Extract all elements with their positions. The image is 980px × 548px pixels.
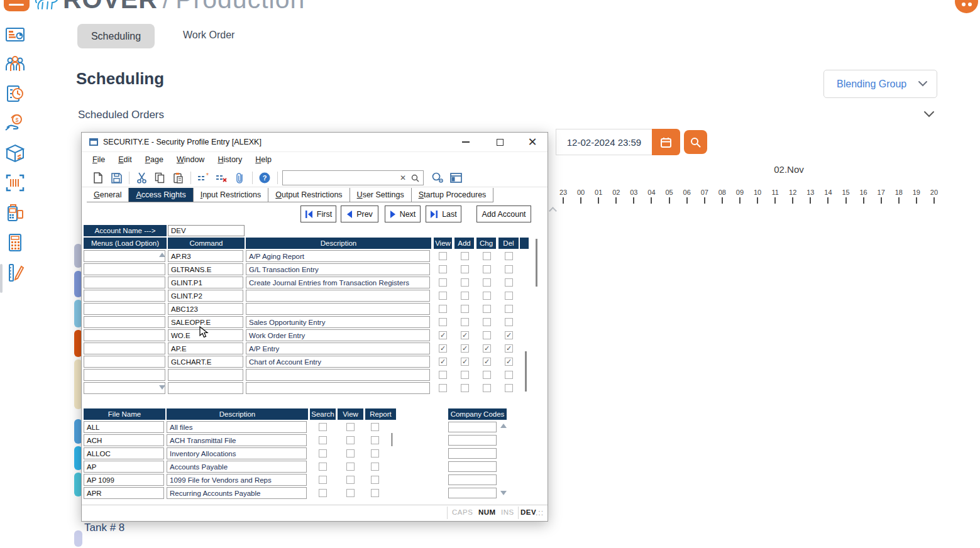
attachment-icon[interactable]	[232, 171, 247, 185]
delete-row-icon[interactable]	[214, 171, 229, 185]
del-checkbox[interactable]	[505, 371, 513, 379]
chg-checkbox[interactable]	[483, 252, 491, 260]
command-cell[interactable]: AP.E	[168, 342, 243, 354]
file-name-cell[interactable]: ACH	[84, 434, 164, 446]
add-checkbox[interactable]	[461, 384, 469, 392]
chg-checkbox[interactable]	[483, 331, 491, 339]
menus-cell[interactable]	[84, 277, 165, 288]
sidebar-people-icon[interactable]	[4, 53, 27, 76]
report-checkbox[interactable]	[371, 463, 379, 471]
menus-cell[interactable]	[84, 382, 165, 394]
view-checkbox[interactable]	[439, 278, 447, 287]
company-codes-field[interactable]	[448, 474, 497, 485]
company-codes-field[interactable]	[448, 422, 497, 432]
close-button[interactable]: ✕	[523, 133, 542, 151]
tab-user-settings[interactable]: User Settings	[350, 188, 412, 202]
scroll-down-icon[interactable]	[159, 385, 165, 390]
menus-cell[interactable]	[84, 290, 165, 302]
description-cell[interactable]	[246, 290, 430, 302]
del-checkbox[interactable]	[505, 305, 513, 313]
add-checkbox[interactable]	[461, 344, 469, 353]
menu-window[interactable]: Window	[177, 155, 204, 164]
next-button[interactable]: Next	[385, 206, 421, 222]
view-checkbox[interactable]	[439, 318, 447, 326]
menus-cell[interactable]	[84, 263, 165, 275]
help-icon[interactable]: ?	[257, 171, 272, 185]
gantt-bar[interactable]	[74, 530, 82, 547]
menus-cell[interactable]	[84, 329, 165, 341]
description-cell[interactable]: Chart of Account Entry	[246, 356, 430, 368]
menus-cell[interactable]	[84, 316, 165, 328]
sidebar-measure-icon[interactable]	[4, 262, 27, 285]
sidebar-dashboard-icon[interactable]	[4, 24, 27, 47]
del-checkbox[interactable]	[505, 384, 513, 392]
user-search-icon[interactable]	[430, 171, 445, 185]
file-description-cell[interactable]: Recurring Accounts Payable	[167, 487, 307, 499]
new-document-icon[interactable]	[91, 171, 106, 185]
tab-work-order[interactable]: Work Order	[183, 30, 234, 41]
view-checkbox[interactable]	[346, 489, 355, 497]
scrollbar-up-icon[interactable]	[549, 207, 557, 215]
scrollbar-thumb[interactable]	[536, 239, 537, 287]
file-description-cell[interactable]: All files	[167, 421, 307, 433]
search-checkbox[interactable]	[319, 423, 327, 431]
page-scrollbar[interactable]	[0, 264, 3, 293]
file-name-cell[interactable]: ALL	[84, 421, 164, 433]
first-button[interactable]: First	[300, 206, 336, 222]
search-button[interactable]	[684, 130, 707, 154]
add-checkbox[interactable]	[461, 371, 469, 379]
company-codes-field[interactable]	[448, 448, 497, 459]
scrollbar-thumb[interactable]	[525, 351, 527, 392]
view-checkbox[interactable]	[346, 449, 355, 458]
view-checkbox[interactable]	[346, 463, 355, 471]
command-cell[interactable]	[168, 382, 243, 394]
chg-checkbox[interactable]	[483, 358, 491, 366]
del-checkbox[interactable]	[505, 331, 513, 339]
view-checkbox[interactable]	[346, 436, 355, 444]
tab-output-restrictions[interactable]: Output Restrictions	[268, 188, 350, 202]
chg-checkbox[interactable]	[483, 265, 491, 273]
account-name-field[interactable]: DEV	[168, 225, 245, 236]
view-checkbox[interactable]	[439, 358, 447, 366]
menus-cell[interactable]	[84, 303, 165, 315]
menus-cell[interactable]	[84, 342, 165, 354]
save-icon[interactable]	[109, 171, 124, 185]
resize-grip[interactable]: .::	[536, 508, 544, 517]
description-cell[interactable]: G/L Transaction Entry	[246, 263, 430, 275]
add-checkbox[interactable]	[461, 318, 469, 326]
chg-checkbox[interactable]	[483, 292, 491, 300]
sidebar-schedule-icon[interactable]	[4, 83, 27, 106]
description-cell[interactable]: Sales Opportunity Entry	[246, 316, 430, 328]
paste-icon[interactable]	[170, 171, 185, 185]
file-name-cell[interactable]: AP	[84, 461, 164, 473]
tab-input-restrictions[interactable]: Input Restrictions	[194, 188, 269, 202]
chg-checkbox[interactable]	[483, 278, 491, 287]
command-cell[interactable]	[168, 369, 243, 381]
file-name-cell[interactable]: ALLOC	[84, 447, 164, 459]
sidebar-payments-icon[interactable]: $	[4, 112, 27, 135]
prev-button[interactable]: Prev	[341, 206, 378, 222]
insert-row-icon[interactable]: *	[195, 171, 211, 185]
layout-view-icon[interactable]	[448, 171, 463, 185]
menus-cell[interactable]	[84, 369, 165, 381]
del-checkbox[interactable]	[505, 292, 513, 300]
description-cell[interactable]	[246, 382, 430, 394]
chg-checkbox[interactable]	[483, 318, 491, 326]
del-checkbox[interactable]	[505, 278, 513, 287]
report-checkbox[interactable]	[371, 476, 379, 484]
file-name-cell[interactable]: AP 1099	[84, 474, 164, 486]
maximize-button[interactable]	[490, 133, 509, 151]
view-checkbox[interactable]	[439, 384, 447, 392]
window-titlebar[interactable]: SECURITY.E - Security Profile Entry [ALE…	[82, 133, 548, 152]
view-checkbox[interactable]	[346, 476, 355, 484]
blending-group-dropdown[interactable]: Blending Group	[823, 70, 937, 98]
command-cell[interactable]: AP.R3	[168, 250, 243, 262]
add-checkbox[interactable]	[461, 252, 469, 260]
add-checkbox[interactable]	[461, 305, 469, 313]
menu-history[interactable]: History	[217, 155, 242, 164]
command-cell[interactable]: GLTRANS.E	[168, 263, 243, 275]
command-cell[interactable]: GLINT.P2	[168, 290, 243, 302]
search-checkbox[interactable]	[319, 463, 327, 471]
clear-search-icon[interactable]: ✕	[400, 173, 406, 182]
add-checkbox[interactable]	[461, 278, 469, 287]
